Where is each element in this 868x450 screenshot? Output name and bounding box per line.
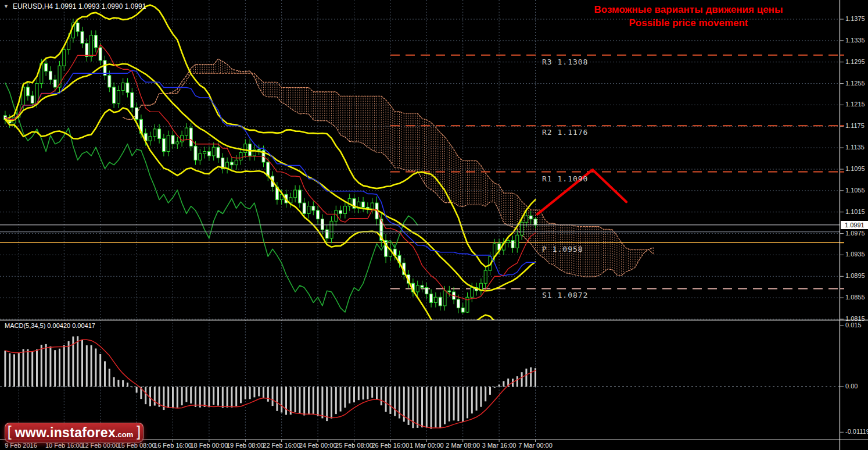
pivot-label-r2: R2 1.1176 bbox=[542, 128, 588, 137]
pivot-labels-layer: R3 1.1308R2 1.1176R1 1.1090P 1.0958S1 1.… bbox=[0, 0, 840, 320]
time-axis-label: 26 Feb 16:00 bbox=[371, 442, 409, 449]
symbol-ohlc-label: EURUSD,H4 1.0991 1.0993 1.0990 1.0991 bbox=[13, 2, 146, 10]
time-axis-label: 12 Feb 00:00 bbox=[81, 442, 119, 449]
time-axis-label: 24 Feb 00:00 bbox=[299, 442, 337, 449]
macd-pane bbox=[0, 336, 840, 428]
price-tick-label: 1.1375 bbox=[845, 15, 865, 22]
time-axis-label: 19 Feb 08:00 bbox=[227, 442, 264, 449]
time-axis-label: 1 Mar 00:00 bbox=[410, 442, 444, 449]
annotation-line-ru: Возможные варианты движения цены bbox=[566, 3, 810, 16]
time-axis-label: 18 Feb 00:00 bbox=[190, 442, 228, 449]
time-axis-label: 9 Feb 2016 bbox=[5, 442, 37, 449]
time-axis-label: 15 Feb 08:00 bbox=[118, 442, 156, 449]
price-tick-label: 1.1335 bbox=[845, 37, 865, 44]
macd-indicator-label: MACD(5,34,5) 0.00420 0.00417 bbox=[5, 322, 95, 329]
current-price-box: 1.0991 bbox=[841, 221, 868, 229]
pivot-label-p: P 1.0958 bbox=[542, 245, 583, 253]
price-forecast-annotation: Возможные варианты движения цены Possibl… bbox=[566, 3, 810, 30]
macd-tick-label: 0.015 bbox=[845, 322, 862, 328]
chart-header: ▼ EURUSD,H4 1.0991 1.0993 1.0990 1.0991 bbox=[3, 2, 146, 10]
time-axis-label: 22 Feb 16:00 bbox=[263, 442, 300, 449]
bracket-left-glyph: [ bbox=[8, 423, 12, 440]
time-axis-label: 7 Mar 00:00 bbox=[518, 442, 553, 449]
time-axis-label: 10 Feb 16:00 bbox=[45, 442, 83, 449]
triangle-down-icon: ▼ bbox=[3, 3, 9, 9]
annotation-line-en: Possible price movement bbox=[566, 16, 810, 30]
price-tick-label: 1.1095 bbox=[845, 165, 865, 172]
macd-tick-label: 0.00 bbox=[845, 383, 858, 390]
time-axis-label: 2 Mar 08:00 bbox=[446, 442, 480, 449]
price-tick-label: 1.1295 bbox=[845, 58, 865, 65]
price-tick-label: 1.0855 bbox=[845, 294, 865, 301]
time-axis-label: 16 Feb 16:00 bbox=[154, 442, 192, 449]
price-tick-label: 1.1015 bbox=[845, 208, 865, 215]
watermark-tld: .com bbox=[116, 430, 133, 439]
pivot-label-r3: R3 1.1308 bbox=[542, 58, 588, 66]
pivot-label-s1: S1 1.0872 bbox=[542, 291, 588, 299]
instaforex-watermark: [ www.instaforex .com ] bbox=[5, 423, 144, 442]
price-tick-label: 1.1255 bbox=[845, 80, 865, 87]
macd-tick-label: -0.01119 bbox=[845, 428, 868, 435]
price-tick-label: 1.0975 bbox=[845, 230, 865, 237]
price-scale[interactable]: 1.0991 1.13751.13351.12951.12551.12151.1… bbox=[841, 0, 868, 440]
price-tick-label: 1.1055 bbox=[845, 187, 865, 194]
watermark-domain: www.instaforex bbox=[15, 425, 116, 441]
price-tick-label: 1.1175 bbox=[845, 122, 865, 129]
time-axis-label: 25 Feb 08:00 bbox=[335, 442, 373, 449]
mt4-chart-window: { "header": { "dropdown_icon": "▼", "sym… bbox=[0, 0, 868, 450]
bracket-right-glyph: ] bbox=[137, 423, 141, 440]
price-tick-label: 1.1135 bbox=[845, 144, 865, 151]
price-tick-label: 1.1215 bbox=[845, 101, 865, 108]
price-tick-label: 1.0895 bbox=[845, 272, 865, 279]
pivot-label-r1: R1 1.1090 bbox=[542, 174, 588, 183]
time-axis-label: 3 Mar 16:00 bbox=[482, 442, 517, 449]
price-tick-label: 1.0935 bbox=[845, 251, 865, 258]
